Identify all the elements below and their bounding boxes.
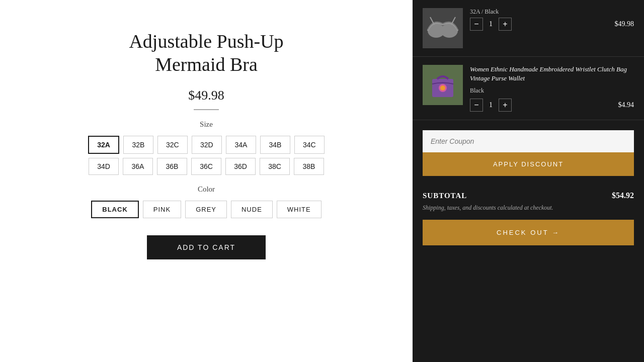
color-option-nude[interactable]: NUDE [231,201,273,218]
size-selector: 32A 32B 32C 32D 34A 34B 34C 34D 36A 36B … [86,136,327,175]
size-option-34a[interactable]: 34A [226,136,256,154]
color-selector: BLACK PINK GREY NUDE WHITE [86,201,327,218]
add-to-cart-button[interactable]: ADD TO CART [147,235,266,259]
size-option-32d[interactable]: 32D [192,136,222,154]
cart-item-bag-details: Women Ethnic Handmade Embroidered Wristl… [470,65,634,112]
cart-panel: 32A / Black − 1 + $49.98 [413,0,644,362]
bra-quantity-decrease[interactable]: − [470,18,483,31]
size-option-32b[interactable]: 32B [123,136,153,154]
cart-item-bag-image [423,65,463,105]
cart-item-bra-variant: 32A / Black [470,8,634,16]
price-divider [194,109,219,110]
coupon-section: APPLY DISCOUNT [413,120,644,181]
bag-thumbnail-icon [425,69,460,102]
apply-discount-button[interactable]: APPLY DISCOUNT [423,152,634,176]
size-option-36c[interactable]: 36C [191,158,221,175]
size-option-32a[interactable]: 32A [88,136,119,154]
size-option-38b[interactable]: 38B [294,158,324,175]
subtotal-note: Shipping, taxes, and discounts calculate… [423,204,634,212]
color-label: Color [198,185,215,194]
size-option-34d[interactable]: 34D [89,158,119,175]
svg-point-7 [440,85,445,90]
cart-item-bag-color: Black [470,87,634,95]
subtotal-amount: $54.92 [612,191,634,200]
cart-item-bra-image [423,8,463,48]
bag-quantity-increase[interactable]: + [499,99,512,112]
size-option-36d[interactable]: 36D [225,158,256,175]
bag-quantity-control: − 1 + [470,99,512,112]
color-option-white[interactable]: WHITE [277,201,321,218]
subtotal-label: SUBTOTAL [423,192,467,200]
bra-item-price: $49.98 [615,20,634,28]
product-title: Adjustable Push-UpMermaid Bra [129,30,283,76]
bag-quantity-value: 1 [489,101,493,109]
size-option-34b[interactable]: 34B [260,136,290,154]
bag-quantity-decrease[interactable]: − [470,99,483,112]
bra-thumbnail-icon [425,15,460,42]
product-detail-panel: Adjustable Push-UpMermaid Bra $49.98 Siz… [0,0,413,362]
product-price: $49.98 [188,88,224,103]
bra-quantity-increase[interactable]: + [499,18,512,31]
color-option-pink[interactable]: PINK [143,201,181,218]
coupon-input[interactable] [423,130,634,152]
size-option-34c[interactable]: 34C [294,136,325,154]
bag-item-price: $4.94 [618,101,634,109]
bra-quantity-control: − 1 + [470,18,512,31]
cart-item-bag-name: Women Ethnic Handmade Embroidered Wristl… [470,65,634,83]
cart-item-bra-qty-row: − 1 + $49.98 [470,18,634,31]
subtotal-row: SUBTOTAL $54.92 [423,191,634,200]
size-label: Size [200,120,213,129]
checkout-button[interactable]: CHECK OUT → [423,220,634,245]
cart-item-bra: 32A / Black − 1 + $49.98 [413,0,644,57]
cart-item-bag: Women Ethnic Handmade Embroidered Wristl… [413,57,644,120]
color-option-grey[interactable]: GREY [185,201,227,218]
color-option-black[interactable]: BLACK [91,201,139,218]
size-option-36a[interactable]: 36A [123,158,153,175]
size-option-32c[interactable]: 32C [157,136,188,154]
size-option-36b[interactable]: 36B [157,158,187,175]
bra-quantity-value: 1 [489,20,493,28]
subtotal-section: SUBTOTAL $54.92 Shipping, taxes, and dis… [413,181,644,250]
cart-item-bag-qty-row: − 1 + $4.94 [470,99,634,112]
size-option-38c[interactable]: 38C [260,158,290,175]
cart-item-bra-details: 32A / Black − 1 + $49.98 [470,8,634,31]
